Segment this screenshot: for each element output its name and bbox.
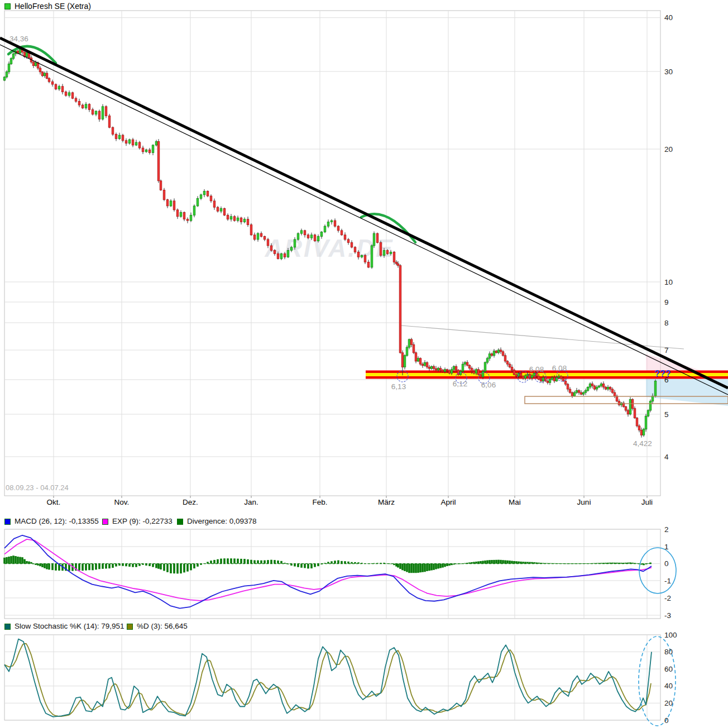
macd-panel[interactable] bbox=[4, 529, 660, 619]
macd-histogram-bar bbox=[415, 564, 417, 573]
price-axis-label: 9 bbox=[664, 298, 669, 306]
macd-histogram-bar bbox=[397, 564, 399, 568]
candle-body bbox=[553, 377, 555, 381]
macd-histogram-bar bbox=[160, 564, 162, 569]
resistance-band-red-top bbox=[366, 371, 728, 373]
candle-body bbox=[108, 116, 111, 128]
price-annotation: 6,08 bbox=[552, 364, 567, 372]
candle-body bbox=[495, 351, 497, 353]
candle-body bbox=[502, 352, 504, 356]
candle-body bbox=[331, 221, 333, 222]
candle-body bbox=[277, 253, 279, 258]
series-marker-icon bbox=[4, 3, 11, 9]
candle-body bbox=[390, 252, 392, 253]
macd-histogram-bar bbox=[497, 560, 500, 564]
macd-histogram-bar bbox=[502, 560, 504, 563]
candle-body bbox=[573, 392, 576, 396]
candle-body bbox=[569, 389, 571, 392]
month-label: Okt. bbox=[47, 498, 61, 506]
candle-body bbox=[186, 219, 189, 221]
price-annotation: 6,06 bbox=[481, 381, 496, 389]
macd-histogram-bar bbox=[237, 559, 239, 564]
macd-histogram-bar bbox=[88, 564, 90, 571]
candle-body bbox=[297, 233, 299, 240]
price-axis-label: 40 bbox=[664, 13, 673, 22]
candle-body bbox=[399, 266, 401, 353]
macd-histogram-bar bbox=[253, 560, 256, 563]
candle-body bbox=[580, 392, 582, 394]
candle-body bbox=[233, 217, 236, 221]
macd-histogram-bar bbox=[15, 556, 17, 564]
candle-body bbox=[274, 251, 276, 254]
candle-body bbox=[582, 392, 585, 394]
macd-axis-label: -2 bbox=[664, 594, 671, 602]
candle-body bbox=[424, 363, 426, 366]
macd-histogram-bar bbox=[422, 564, 424, 572]
candle-body bbox=[145, 150, 147, 151]
candle-body bbox=[504, 356, 506, 361]
macd-histogram-bar bbox=[193, 564, 195, 569]
candle-body bbox=[320, 232, 323, 237]
candle-body bbox=[105, 107, 107, 116]
macd-histogram-bar bbox=[23, 559, 26, 564]
candle-body bbox=[217, 207, 219, 211]
candle-body bbox=[294, 240, 296, 247]
candle-body bbox=[220, 209, 222, 212]
candle-body bbox=[480, 375, 482, 377]
legend-marker-icon bbox=[4, 624, 11, 630]
legend-marker-icon bbox=[127, 624, 133, 630]
macd-histogram-bar bbox=[132, 564, 134, 567]
stock-chart-canvas[interactable]: ARIVA.DE40302010987654210-1-2-3100806040… bbox=[0, 0, 728, 728]
macd-histogram-bar bbox=[21, 557, 23, 563]
candle-body bbox=[602, 384, 605, 387]
candle-body bbox=[317, 236, 319, 241]
candle-body bbox=[649, 401, 652, 410]
macd-histogram-bar bbox=[250, 560, 252, 564]
candle-body bbox=[591, 384, 593, 386]
macd-histogram-bar bbox=[82, 564, 84, 571]
price-axis-label: 4 bbox=[664, 453, 669, 461]
candle-body bbox=[531, 376, 533, 378]
candle-body bbox=[157, 141, 160, 181]
candle-body bbox=[406, 347, 408, 356]
macd-histogram-bar bbox=[493, 560, 495, 564]
candle-body bbox=[587, 387, 589, 390]
candle-body bbox=[593, 386, 596, 389]
macd-histogram-bar bbox=[300, 564, 303, 568]
candle-body bbox=[607, 387, 609, 389]
candle-body bbox=[488, 354, 491, 358]
legend-label: EXP (9): -0,22733 bbox=[112, 517, 173, 525]
macd-histogram-bar bbox=[304, 564, 306, 568]
stochastic-panel[interactable] bbox=[4, 635, 660, 720]
candle-body bbox=[647, 410, 649, 416]
month-label: Jan. bbox=[244, 498, 258, 506]
macd-histogram-bar bbox=[48, 564, 50, 570]
macd-histogram-bar bbox=[46, 564, 48, 569]
stoch-axis-label: 0 bbox=[664, 716, 669, 725]
macd-histogram-bar bbox=[446, 564, 448, 566]
macd-histogram-bar bbox=[223, 558, 226, 563]
candle-body bbox=[250, 225, 252, 235]
candle-body bbox=[300, 231, 303, 233]
candle-body bbox=[44, 73, 46, 76]
candle-body bbox=[560, 376, 562, 378]
candle-body bbox=[614, 392, 616, 396]
candle-body bbox=[98, 111, 100, 119]
candle-body bbox=[598, 386, 600, 387]
macd-histogram-bar bbox=[277, 561, 279, 564]
macd-histogram-bar bbox=[55, 564, 57, 571]
macd-histogram-bar bbox=[410, 564, 413, 573]
macd-histogram-bar bbox=[408, 564, 410, 573]
candle-body bbox=[627, 410, 629, 414]
macd-histogram-bar bbox=[152, 564, 154, 567]
price-annotation: 08.09.23 - 04.07.24 bbox=[6, 483, 69, 492]
macd-histogram-bar bbox=[417, 564, 419, 573]
macd-histogram-bar bbox=[105, 564, 107, 569]
macd-axis-label: -1 bbox=[664, 577, 671, 585]
candle-body bbox=[459, 371, 462, 375]
month-label: Juni bbox=[577, 498, 591, 506]
macd-histogram-bar bbox=[500, 560, 502, 564]
month-label: März bbox=[378, 498, 395, 506]
macd-histogram-bar bbox=[157, 564, 160, 569]
macd-histogram-bar bbox=[344, 561, 346, 563]
